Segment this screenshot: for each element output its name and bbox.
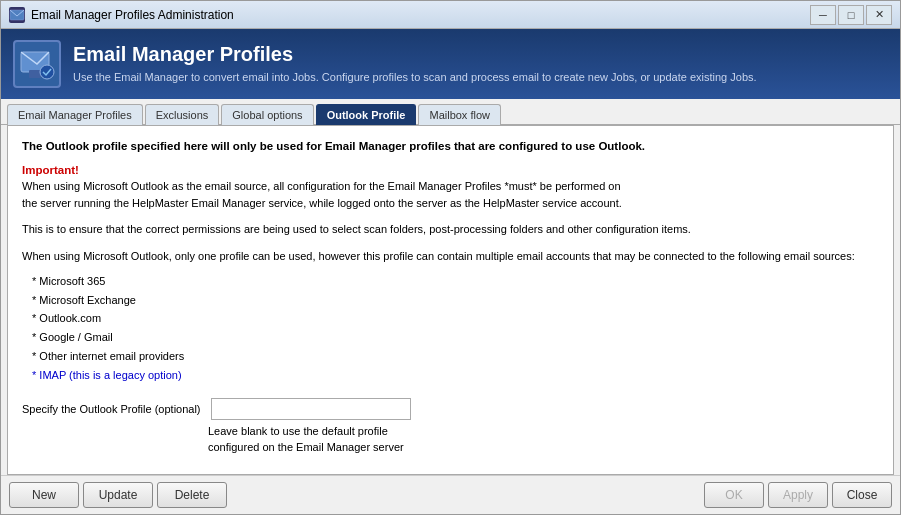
outlook-profile-row: Specify the Outlook Profile (optional): [22, 398, 879, 420]
bottom-right-buttons: OK Apply Close: [704, 482, 892, 508]
warning-line2: the server running the HelpMaster Email …: [22, 197, 622, 209]
ok-button[interactable]: OK: [704, 482, 764, 508]
header-text: Email Manager Profiles Use the Email Man…: [73, 43, 888, 85]
close-button[interactable]: Close: [832, 482, 892, 508]
minimize-button[interactable]: ─: [810, 5, 836, 25]
update-button[interactable]: Update: [83, 482, 153, 508]
outlook-intro: When using Microsoft Outlook, only one p…: [22, 248, 879, 265]
tabs-bar: Email Manager Profiles Exclusions Global…: [1, 99, 900, 125]
tab-exclusions[interactable]: Exclusions: [145, 104, 220, 125]
app-icon: [9, 7, 25, 23]
hint-line1: Leave blank to use the default profile: [208, 425, 388, 437]
apply-button[interactable]: Apply: [768, 482, 828, 508]
warning-text: When using Microsoft Outlook as the emai…: [22, 178, 879, 211]
info-text: This is to ensure that the correct permi…: [22, 221, 879, 238]
source-item-2: * Outlook.com: [32, 309, 879, 328]
outlook-profile-input[interactable]: [211, 398, 411, 420]
tab-global-options[interactable]: Global options: [221, 104, 313, 125]
source-item-3: * Google / Gmail: [32, 328, 879, 347]
maximize-button[interactable]: □: [838, 5, 864, 25]
svg-rect-2: [29, 70, 41, 78]
delete-button[interactable]: Delete: [157, 482, 227, 508]
important-label: Important!: [22, 164, 879, 176]
new-button[interactable]: New: [9, 482, 79, 508]
warning-line1: When using Microsoft Outlook as the emai…: [22, 180, 621, 192]
header: Email Manager Profiles Use the Email Man…: [1, 29, 900, 99]
tab-mailbox-flow[interactable]: Mailbox flow: [418, 104, 501, 125]
source-item-4: * Other internet email providers: [32, 347, 879, 366]
main-window: Email Manager Profiles Administration ─ …: [0, 0, 901, 515]
header-subtitle: Use the Email Manager to convert email i…: [73, 70, 888, 85]
sources-list: * Microsoft 365 * Microsoft Exchange * O…: [32, 272, 879, 384]
hint-line2: configured on the Email Manager server: [208, 441, 404, 453]
window-close-button[interactable]: ✕: [866, 5, 892, 25]
bottom-bar: New Update Delete OK Apply Close: [1, 475, 900, 514]
header-title: Email Manager Profiles: [73, 43, 888, 66]
content-area: The Outlook profile specified here will …: [7, 125, 894, 475]
source-item-1: * Microsoft Exchange: [32, 291, 879, 310]
tab-outlook-profile[interactable]: Outlook Profile: [316, 104, 417, 125]
source-item-5: * IMAP (this is a legacy option): [32, 366, 879, 385]
window-controls: ─ □ ✕: [810, 5, 892, 25]
bottom-left-buttons: New Update Delete: [9, 482, 704, 508]
svg-point-3: [40, 65, 54, 79]
content-intro: The Outlook profile specified here will …: [22, 138, 879, 154]
outlook-profile-label: Specify the Outlook Profile (optional): [22, 403, 201, 415]
window-title: Email Manager Profiles Administration: [31, 8, 810, 22]
title-bar: Email Manager Profiles Administration ─ …: [1, 1, 900, 29]
source-item-0: * Microsoft 365: [32, 272, 879, 291]
header-icon: [13, 40, 61, 88]
tab-email-manager-profiles[interactable]: Email Manager Profiles: [7, 104, 143, 125]
form-hint: Leave blank to use the default profile c…: [208, 424, 879, 455]
